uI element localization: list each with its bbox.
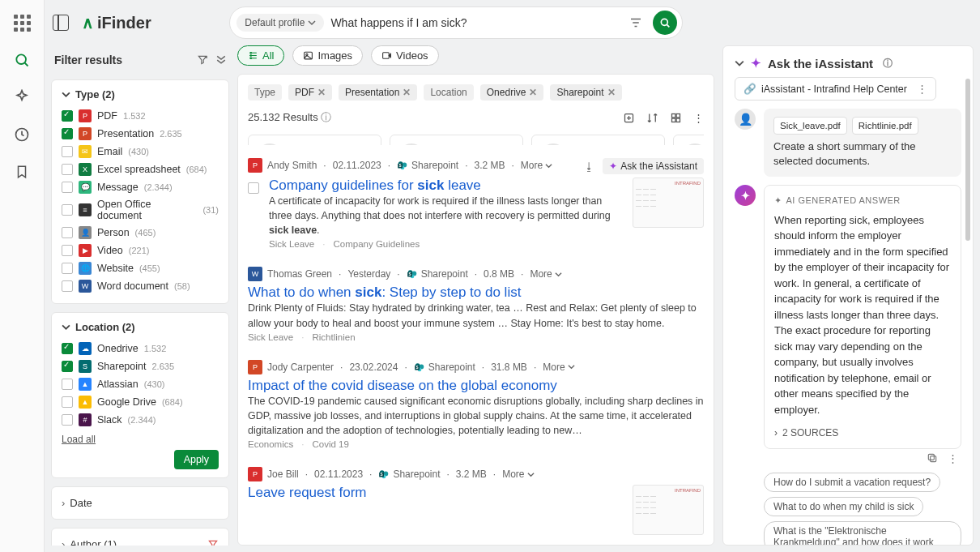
facet-item[interactable]: ▶ Video (221)	[62, 242, 219, 259]
collapse-assistant-icon[interactable]	[735, 58, 744, 68]
more-icon[interactable]: ⋮	[948, 452, 958, 464]
view-icon[interactable]	[670, 112, 682, 124]
panel-toggle-icon[interactable]	[53, 15, 69, 31]
apps-icon[interactable]	[12, 13, 32, 32]
facet-item[interactable]: ≡ Open Office document (31)	[62, 196, 219, 224]
scrollbar[interactable]	[965, 79, 970, 241]
person-card[interactable]: 👤 Marek Möckel Head of Product Engineeri…	[531, 135, 665, 145]
checkbox[interactable]	[62, 182, 73, 193]
checkbox[interactable]	[62, 414, 73, 426]
person-card[interactable]: 👤 Matthias Müller Director Product Marke…	[390, 135, 523, 145]
sources-toggle[interactable]: › 2 SOURCES	[774, 426, 951, 440]
chip-presentation[interactable]: Presentation✕	[339, 84, 417, 101]
checkbox[interactable]	[62, 280, 73, 292]
load-all-link[interactable]: Load all	[62, 434, 219, 445]
chip-sharepoint[interactable]: Sharepoint✕	[550, 84, 621, 101]
more-icon[interactable]: ⋮	[693, 112, 704, 124]
export-icon[interactable]	[623, 112, 635, 124]
tab-videos[interactable]: Videos	[371, 45, 439, 66]
checkbox[interactable]	[62, 343, 73, 354]
facet-item[interactable]: W Word document (58)	[62, 277, 219, 295]
person-card[interactable]: 👤 M He	[673, 135, 704, 145]
tab-all[interactable]: All	[237, 45, 284, 66]
result-more[interactable]: More	[530, 268, 561, 280]
location-facet-header[interactable]: Location (2)	[62, 321, 219, 333]
doc-chip[interactable]: Sick_leave.pdf	[773, 117, 847, 135]
result-more[interactable]: More	[543, 362, 574, 373]
search-input[interactable]	[330, 16, 622, 29]
chip-onedrive[interactable]: Onedrive✕	[480, 84, 544, 101]
clear-filters-icon[interactable]	[197, 54, 208, 66]
facet-item[interactable]: ▲ Google Drive (684)	[62, 393, 219, 411]
result-thumbnail[interactable]: INTRAFIND— — —— — —— — —— — —	[633, 485, 704, 535]
download-icon[interactable]: ⭳	[584, 160, 594, 173]
search-button[interactable]	[653, 11, 677, 35]
result-thumbnail[interactable]: INTRAFIND— — —— — —— — —— — —	[633, 178, 704, 228]
chip-pdf[interactable]: PDF✕	[288, 84, 332, 101]
facet-item[interactable]: P Presentation 2.635	[62, 125, 219, 143]
facet-item[interactable]: ☁ Onedrive 1.532	[62, 340, 219, 357]
bookmark-nav-icon[interactable]	[12, 162, 32, 182]
person-name[interactable]: Marek Möckel	[573, 143, 656, 145]
doc-chip[interactable]: Richtlinie.pdf	[852, 117, 918, 135]
help-link[interactable]: 🔗iAssistant - Intrafind Help Center⋮	[735, 77, 936, 101]
checkbox[interactable]	[62, 110, 73, 122]
filter-icon[interactable]	[628, 15, 643, 30]
checkbox[interactable]	[62, 361, 73, 372]
checkbox[interactable]	[62, 396, 73, 408]
facet-item[interactable]: S Sharepoint 2.635	[62, 357, 219, 375]
result-tag[interactable]: Covid 19	[312, 439, 348, 449]
checkbox[interactable]	[62, 245, 73, 256]
result-tag[interactable]: Richtlinien	[312, 332, 355, 342]
ask-assistant-button[interactable]: ✦Ask the iAssistant	[603, 158, 704, 174]
info-icon[interactable]: ⓘ	[883, 57, 893, 71]
sort-icon[interactable]	[207, 539, 219, 546]
facet-item[interactable]: 👤 Person (465)	[62, 224, 219, 242]
select-checkbox[interactable]	[248, 182, 259, 194]
checkbox[interactable]	[62, 379, 73, 390]
author-facet[interactable]: ›Author (1)	[51, 528, 229, 546]
result-more[interactable]: More	[521, 160, 552, 171]
result-title[interactable]: Leave request form	[248, 485, 623, 501]
checkbox[interactable]	[62, 164, 73, 175]
result-title[interactable]: Company guidelines for sick leave	[269, 178, 623, 194]
facet-item[interactable]: P PDF 1.532	[62, 107, 219, 125]
checkbox[interactable]	[62, 146, 73, 157]
person-card[interactable]: 👤 Franz Kögl Vorstand Management	[248, 135, 381, 145]
copy-icon[interactable]	[927, 452, 938, 464]
result-title[interactable]: Impact of the covid disease on the globa…	[248, 378, 704, 394]
result-more[interactable]: More	[502, 469, 534, 480]
suggestion-chip[interactable]: How do I submit a vacation request?	[764, 473, 940, 492]
type-facet-header[interactable]: Type (2)	[62, 88, 219, 101]
person-name[interactable]: Matthias Müller	[431, 143, 514, 145]
result-tag[interactable]: Sick Leave	[248, 332, 293, 342]
suggestion-chip[interactable]: What is the "Elektronische Krankmeldung"…	[764, 521, 961, 545]
tab-images[interactable]: Images	[292, 45, 363, 66]
checkbox[interactable]	[62, 204, 73, 216]
history-nav-icon[interactable]	[12, 125, 32, 144]
facet-item[interactable]: X Excel spreadsheet (684)	[62, 160, 219, 178]
result-tag[interactable]: Company Guidelines	[333, 239, 420, 249]
result-tag[interactable]: Sick Leave	[269, 239, 314, 249]
facet-label: Slack	[97, 414, 122, 426]
facet-item[interactable]: 💬 Message (2.344)	[62, 178, 219, 196]
result-title[interactable]: What to do when sick: Step by step to do…	[248, 285, 704, 301]
sort-icon[interactable]	[646, 112, 658, 124]
profile-selector[interactable]: Default profile	[236, 14, 324, 32]
facet-item[interactable]: # Slack (2.344)	[62, 411, 219, 429]
result-tag[interactable]: Economics	[248, 439, 293, 449]
facet-item[interactable]: ✉ Email (430)	[62, 143, 219, 160]
person-name[interactable]: Franz Kögl	[289, 143, 373, 145]
assistant-nav-icon[interactable]	[12, 88, 32, 107]
checkbox[interactable]	[62, 263, 73, 274]
apply-button[interactable]: Apply	[174, 450, 219, 469]
facet-item[interactable]: ▲ Atlassian (430)	[62, 375, 219, 393]
more-icon[interactable]: ⋮	[917, 83, 927, 95]
search-nav-icon[interactable]	[12, 50, 32, 70]
date-facet[interactable]: ›Date	[51, 486, 229, 520]
collapse-filters-icon[interactable]	[216, 54, 226, 66]
checkbox[interactable]	[62, 227, 73, 238]
facet-item[interactable]: 🌐 Website (455)	[62, 259, 219, 277]
suggestion-chip[interactable]: What to do when my child is sick	[764, 497, 923, 516]
checkbox[interactable]	[62, 128, 73, 139]
